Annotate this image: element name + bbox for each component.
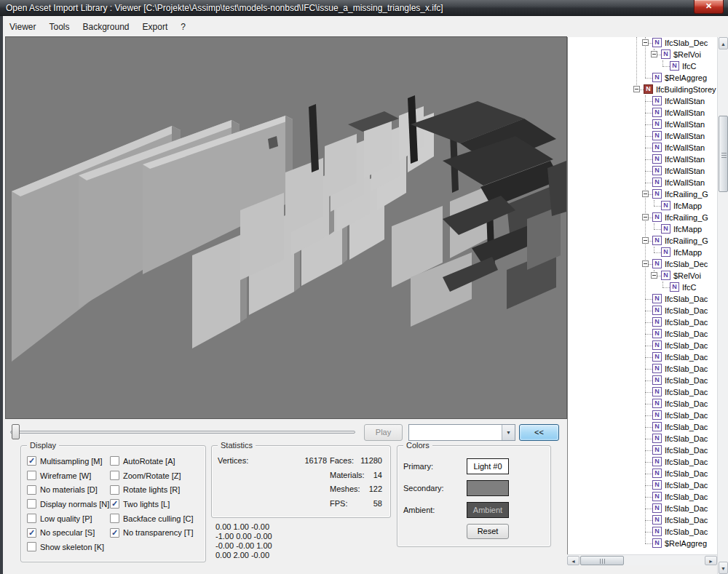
tree-node-ifcslab-dac[interactable]: NIfcSlab_Dac <box>568 305 717 316</box>
tree-node-ifcslab-dac[interactable]: NIfcSlab_Dac <box>568 491 717 503</box>
checkbox-box[interactable] <box>110 471 119 480</box>
tree-node-ifcwallstan[interactable]: NIfcWallStan <box>568 95 717 107</box>
checkbox-multisampling-m[interactable]: ✓Multisampling [M] <box>27 454 109 469</box>
tree-node-ifcslab-dac[interactable]: NIfcSlab_Dac <box>568 468 717 479</box>
timeline-slider[interactable] <box>7 420 357 442</box>
checkbox-box[interactable]: ✓ <box>110 528 119 538</box>
tree-node-ifcslab-dac[interactable]: NIfcSlab_Dac <box>568 445 717 456</box>
tree-node-ifcslab-dac[interactable]: NIfcSlab_Dac <box>568 526 717 538</box>
menu-background[interactable]: Background <box>76 19 135 35</box>
tree-vertical-scrollbar[interactable]: ▲ ▼ <box>717 37 728 574</box>
checkbox-box[interactable] <box>110 456 119 466</box>
tree-collapse-icon[interactable] <box>633 86 640 92</box>
scroll-right-icon[interactable]: ► <box>705 556 717 565</box>
tree-horizontal-scrollbar[interactable]: ◄ ► <box>567 554 717 565</box>
tree-collapse-icon[interactable] <box>642 39 649 46</box>
checkbox-no-materials-d[interactable]: No materials [D] <box>27 482 109 497</box>
checkbox-box[interactable] <box>27 514 36 523</box>
menu-export[interactable]: Export <box>136 19 175 35</box>
tree-node-ifcwallstan[interactable]: NIfcWallStan <box>568 142 717 154</box>
tree-node-ifcrailing-g[interactable]: NIfcRailing_G <box>568 235 717 247</box>
secondary-color-swatch[interactable] <box>467 480 509 496</box>
horizontal-scrollbar-thumb[interactable] <box>580 556 624 565</box>
tree-collapse-icon[interactable] <box>642 260 649 267</box>
tree-node-ifcbuildingstorey[interactable]: NIfcBuildingStorey <box>568 84 717 95</box>
checkbox-box[interactable] <box>27 485 36 495</box>
checkbox-rotate-lights-r[interactable]: Rotate lights [R] <box>110 482 194 497</box>
tree-collapse-icon[interactable] <box>642 237 649 244</box>
checkbox-backface-culling-c[interactable]: Backface culling [C] <box>110 511 194 526</box>
checkbox-show-skeleton-k[interactable]: Show skeleton [K] <box>27 540 109 554</box>
checkbox-box[interactable]: ✓ <box>27 456 36 466</box>
checkbox-wireframe-w[interactable]: Wireframe [W] <box>27 469 109 483</box>
menu-tools[interactable]: Tools <box>42 19 76 35</box>
tree-collapse-icon[interactable] <box>651 272 657 279</box>
scroll-left-icon[interactable]: ◄ <box>567 556 579 565</box>
tree-node-ifcslab-dac[interactable]: NIfcSlab_Dac <box>568 503 717 514</box>
tree-node-ifcslab-dac[interactable]: NIfcSlab_Dac <box>568 363 717 375</box>
tree-node-ifcslab-dac[interactable]: NIfcSlab_Dac <box>568 375 717 386</box>
primary-color-button[interactable]: Light #0 <box>467 458 509 474</box>
checkbox-display-normals-n[interactable]: Display normals [N] <box>27 497 109 511</box>
menu-help[interactable]: ? <box>174 19 192 35</box>
tree-node-ifcwallstan[interactable]: NIfcWallStan <box>568 177 717 188</box>
combo-dropdown-button[interactable]: ▼ <box>502 425 515 440</box>
tree-node-ifcslab-dac[interactable]: NIfcSlab_Dac <box>568 514 717 526</box>
tree-node-ifcrailing-g[interactable]: NIfcRailing_G <box>568 188 717 200</box>
tree-node-ifcslab-dac[interactable]: NIfcSlab_Dac <box>568 410 717 421</box>
tree-node-ifcmapp[interactable]: NIfcMapp <box>568 247 717 258</box>
scroll-down-icon[interactable]: ▼ <box>719 562 728 574</box>
tree-node-ifcwallstan[interactable]: NIfcWallStan <box>568 130 717 142</box>
tree-node-ifcslab-dac[interactable]: NIfcSlab_Dac <box>568 456 717 468</box>
tree-node-relaggreg[interactable]: N$RelAggreg <box>568 72 717 84</box>
tree-node-ifcwallstan[interactable]: NIfcWallStan <box>568 165 717 177</box>
tree-node-ifcslab-dac[interactable]: NIfcSlab_Dac <box>568 328 717 340</box>
checkbox-box[interactable] <box>27 499 36 509</box>
tree-node-ifcmapp[interactable]: NIfcMapp <box>568 223 717 235</box>
checkbox-no-specular-s[interactable]: ✓No specular [S] <box>27 525 109 540</box>
animation-combo[interactable]: ▼ <box>408 424 515 441</box>
checkbox-box[interactable] <box>110 485 119 495</box>
checkbox-zoom-rotate-z[interactable]: Zoom/Rotate [Z] <box>110 469 194 483</box>
tree-node-ifcwallstan[interactable]: NIfcWallStan <box>568 154 717 165</box>
tree-node-ifcmapp[interactable]: NIfcMapp <box>568 200 717 212</box>
checkbox-no-transparency-t[interactable]: ✓No transparency [T] <box>110 525 194 540</box>
tree-node-relvoi[interactable]: N$RelVoi <box>568 270 717 282</box>
menu-viewer[interactable]: Viewer <box>3 19 42 35</box>
tree-node-ifcslab-dac[interactable]: NIfcSlab_Dac <box>568 293 717 305</box>
tree-node-ifcslab-dec[interactable]: NIfcSlab_Dec <box>568 258 717 270</box>
tree-node-ifcslab-dac[interactable]: NIfcSlab_Dac <box>568 398 717 410</box>
close-button[interactable]: ✕ <box>694 0 724 14</box>
tree-node-ifcc[interactable]: NIfcC <box>568 282 717 293</box>
checkbox-autorotate-a[interactable]: AutoRotate [A] <box>110 454 194 469</box>
tree-collapse-icon[interactable] <box>642 214 649 220</box>
ambient-color-swatch[interactable]: Ambient <box>467 502 509 518</box>
checkbox-box[interactable]: ✓ <box>110 499 119 509</box>
tree-collapse-icon[interactable] <box>651 51 657 57</box>
checkbox-box[interactable] <box>110 514 119 523</box>
tree-node-ifcslab-dac[interactable]: NIfcSlab_Dac <box>568 421 717 433</box>
reset-colors-button[interactable]: Reset <box>467 524 509 539</box>
viewport-3d[interactable] <box>6 37 566 418</box>
checkbox-box[interactable] <box>27 471 36 480</box>
slider-track[interactable] <box>10 431 355 434</box>
vertical-scrollbar-thumb[interactable] <box>719 116 728 192</box>
play-button[interactable]: Play <box>364 424 403 441</box>
checkbox-box[interactable]: ✓ <box>27 528 36 538</box>
tree-node-ifcrailing-g[interactable]: NIfcRailing_G <box>568 212 717 223</box>
tree-node-ifcslab-dac[interactable]: NIfcSlab_Dac <box>568 316 717 328</box>
checkbox-box[interactable] <box>27 542 36 551</box>
tree-node-ifcslab-dac[interactable]: NIfcSlab_Dac <box>568 351 717 363</box>
tree-node-ifcwallstan[interactable]: NIfcWallStan <box>568 119 717 130</box>
tree-node-ifcslab-dec[interactable]: NIfcSlab_Dec <box>568 37 717 49</box>
tree-node-ifcwallstan[interactable]: NIfcWallStan <box>568 107 717 119</box>
checkbox-two-lights-l[interactable]: ✓Two lights [L] <box>110 497 194 511</box>
scroll-up-icon[interactable]: ▲ <box>719 37 728 49</box>
collapse-panel-button[interactable]: << <box>519 424 559 441</box>
tree-node-ifcslab-dac[interactable]: NIfcSlab_Dac <box>568 479 717 491</box>
tree-node-ifcslab-dac[interactable]: NIfcSlab_Dac <box>568 340 717 351</box>
tree-node-ifcslab-dac[interactable]: NIfcSlab_Dac <box>568 433 717 445</box>
tree-node-relaggreg[interactable]: N$RelAggreg <box>568 538 717 549</box>
tree-node-ifcslab-dac[interactable]: NIfcSlab_Dac <box>568 386 717 398</box>
checkbox-low-quality-p[interactable]: Low quality [P] <box>27 511 109 526</box>
